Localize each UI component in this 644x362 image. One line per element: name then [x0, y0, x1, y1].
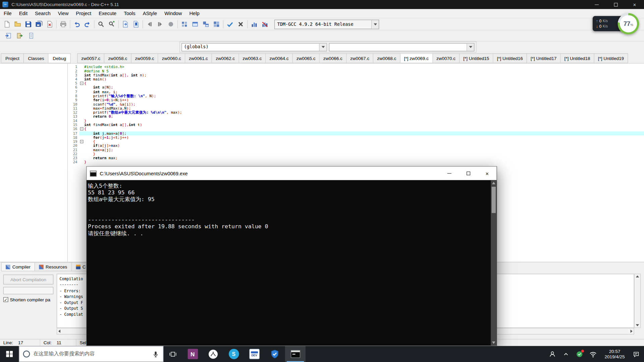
project-browser-panel[interactable]	[0, 63, 68, 262]
run-button[interactable]	[190, 19, 201, 29]
file-tab[interactable]: zw0062.c	[212, 53, 239, 63]
toggle-button[interactable]	[14, 31, 25, 40]
console-scrollbar[interactable]	[491, 180, 496, 346]
taskbar-app-skype[interactable]: S	[223, 346, 244, 362]
taskbar-app-devcpp[interactable]: DEV	[244, 346, 264, 362]
file-tab[interactable]: [*] zw0069.c	[400, 53, 433, 63]
scroll-right-icon[interactable]	[631, 329, 633, 333]
console-window[interactable]: C:\Users\ASUS\Documents\zw0069.exe × 输入5…	[86, 166, 497, 346]
scroll-down-icon[interactable]	[492, 342, 495, 344]
back-button[interactable]	[144, 19, 155, 29]
breakpoint-button[interactable]	[165, 19, 176, 29]
task-view-button[interactable]	[163, 346, 182, 362]
console-minimize-button[interactable]	[440, 167, 459, 180]
code-line[interactable]: 7 int max, i;	[68, 90, 644, 94]
save-button[interactable]	[23, 19, 34, 29]
panel-tab-project[interactable]: Project	[1, 53, 24, 63]
menu-item-help[interactable]: Help	[185, 9, 203, 18]
menu-item-execute[interactable]: Execute	[95, 9, 120, 18]
taskbar-clock[interactable]: 20:57 2019/4/25	[601, 349, 628, 359]
menu-item-tools[interactable]: Tools	[120, 9, 139, 18]
file-tab[interactable]: [*] Untitled16	[493, 53, 527, 63]
menu-item-search[interactable]: Search	[31, 9, 54, 18]
microphone-icon[interactable]	[152, 350, 159, 358]
code-line[interactable]: 8 printf("输入%d个整数: \n", N);	[68, 94, 644, 98]
scroll-up-icon[interactable]	[636, 276, 639, 278]
file-tab[interactable]: zw0058.c	[104, 53, 131, 63]
close-file-button[interactable]	[44, 19, 55, 29]
taskbar-app-game[interactable]	[203, 346, 223, 362]
maximize-button[interactable]	[606, 0, 625, 9]
save-all-button[interactable]	[34, 19, 44, 29]
code-line[interactable]: 19- {	[68, 139, 644, 143]
file-tab[interactable]: [*] Untitled15	[460, 53, 493, 63]
file-tab[interactable]: [*] Untitled19	[594, 53, 628, 63]
globals-combo[interactable]: (globals)	[181, 43, 327, 51]
delete-profile-button[interactable]	[260, 19, 270, 29]
menu-item-project[interactable]: Project	[72, 9, 95, 18]
code-line[interactable]: 13 return 0;	[68, 115, 644, 119]
code-line[interactable]: 9 for(i=0;i<N;i++)	[68, 98, 644, 102]
code-line[interactable]: 15int findMax(int a[],int t)	[68, 123, 644, 127]
goto-line-button[interactable]	[120, 19, 131, 29]
members-combo[interactable]	[329, 43, 474, 51]
file-tab[interactable]: zw0065.c	[293, 53, 320, 63]
abort-button-toolbar[interactable]	[235, 19, 246, 29]
file-tab[interactable]: zw0064.c	[266, 53, 292, 63]
find-button[interactable]	[96, 19, 106, 29]
fold-collapse-icon[interactable]: -	[80, 140, 84, 143]
taskbar-app-onenote[interactable]: N	[182, 346, 203, 362]
close-button[interactable]: ×	[625, 0, 644, 9]
panel-tab-classes[interactable]: Classes	[24, 53, 49, 63]
action-center-icon[interactable]	[631, 349, 642, 359]
undo-button[interactable]	[71, 19, 82, 29]
console-close-button[interactable]: ×	[478, 167, 496, 180]
log-vertical-scrollbar[interactable]	[634, 274, 641, 328]
replace-button[interactable]	[106, 19, 117, 29]
wifi-icon[interactable]	[588, 349, 598, 359]
console-maximize-button[interactable]	[459, 167, 478, 180]
code-line[interactable]: 2#define N 5	[68, 69, 644, 73]
open-file-button[interactable]	[12, 19, 23, 29]
compile-and-run-button[interactable]	[201, 19, 211, 29]
battery-gauge-overlay[interactable]: 77 %	[618, 13, 639, 35]
file-tab[interactable]: [*] Untitled18	[560, 53, 594, 63]
scroll-down-icon[interactable]	[636, 324, 639, 326]
taskbar-search-input[interactable]: 在这里输入你要搜索的内容	[19, 346, 163, 362]
code-line[interactable]: 14}	[68, 119, 644, 123]
scroll-up-icon[interactable]	[492, 182, 495, 184]
code-line[interactable]: 1#include <stdio.h>	[68, 65, 644, 69]
file-tab[interactable]: zw0066.c	[320, 53, 346, 63]
forward-button[interactable]	[155, 19, 166, 29]
new-file-button[interactable]	[2, 19, 12, 29]
goto-button[interactable]	[25, 31, 37, 40]
taskbar-app-console[interactable]	[285, 346, 306, 362]
file-tab[interactable]: zw0059.c	[131, 53, 158, 63]
checkbox-checked-icon[interactable]: ✓	[3, 297, 8, 302]
rebuild-button[interactable]	[211, 19, 222, 29]
fold-collapse-icon[interactable]: -	[80, 82, 84, 85]
compile-button[interactable]	[179, 19, 190, 29]
report-tab-compiler[interactable]: Compiler	[1, 262, 35, 271]
code-line[interactable]: 3int findMax(int a[], int n);	[68, 73, 644, 77]
report-tab-resources[interactable]: Resources	[35, 262, 72, 271]
code-line[interactable]: 5-{	[68, 81, 644, 85]
guard-tray-icon[interactable]	[574, 349, 585, 359]
file-tab[interactable]: zw0061.c	[185, 53, 212, 63]
start-button[interactable]	[0, 346, 19, 362]
code-line[interactable]: 21 max=a[j];	[68, 148, 644, 152]
code-line[interactable]: 11 max=findMax(a,N);	[68, 106, 644, 110]
menu-item-window[interactable]: Window	[161, 9, 185, 18]
code-line[interactable]: 23 return max;	[68, 156, 644, 160]
menu-item-astyle[interactable]: AStyle	[139, 9, 161, 18]
taskbar-app-security[interactable]	[265, 346, 285, 362]
profile-button[interactable]	[249, 19, 260, 29]
code-line[interactable]: 22 }	[68, 152, 644, 156]
code-line[interactable]: 10 scanf("%d", &a[i]);	[68, 102, 644, 106]
code-line[interactable]: 18 for(j=1;j<t;j++)	[68, 135, 644, 139]
code-line[interactable]: 20 if(a[j]>max)	[68, 143, 644, 147]
syntax-check-button[interactable]	[225, 19, 235, 29]
minimize-button[interactable]	[587, 0, 606, 9]
file-tab[interactable]: zw0063.c	[239, 53, 266, 63]
file-tab[interactable]: zw0060.c	[158, 53, 185, 63]
